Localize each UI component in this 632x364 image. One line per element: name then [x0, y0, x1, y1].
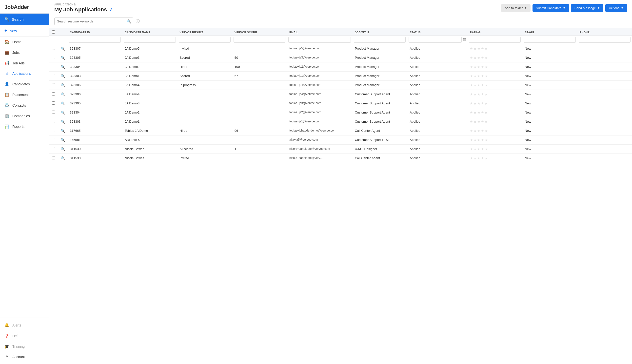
star-3-11[interactable]: ★ — [477, 147, 480, 151]
star-3-10[interactable]: ★ — [477, 138, 480, 142]
row-checkbox-0[interactable] — [52, 47, 55, 50]
row-search-button-1[interactable]: 🔍 — [61, 56, 65, 60]
cell-rating-1[interactable]: ★★★★★ — [467, 53, 522, 62]
cell-rating-11[interactable]: ★★★★★ — [467, 144, 522, 154]
star-4-12[interactable]: ★ — [481, 156, 484, 160]
star-3-1[interactable]: ★ — [477, 56, 480, 60]
filter-input-candidate-id[interactable] — [69, 37, 121, 43]
star-2-2[interactable]: ★ — [473, 65, 477, 69]
star-2-9[interactable]: ★ — [473, 129, 477, 133]
sidebar-item-training[interactable]: 🎓Training — [0, 341, 49, 352]
add-folder-button[interactable]: Add to folder▼ — [501, 4, 530, 12]
star-3-5[interactable]: ★ — [477, 92, 480, 96]
row-checkbox-5[interactable] — [52, 92, 55, 96]
sidebar-item-reports[interactable]: 📊Reports — [0, 121, 49, 132]
star-4-6[interactable]: ★ — [481, 102, 484, 105]
rating-stars-0[interactable]: ★★★★★ — [470, 47, 520, 50]
rating-stars-7[interactable]: ★★★★★ — [470, 110, 520, 114]
star-4-1[interactable]: ★ — [481, 56, 484, 60]
sidebar-item-new[interactable]: + New — [0, 25, 49, 36]
rating-stars-4[interactable]: ★★★★★ — [470, 83, 520, 87]
star-5-0[interactable]: ★ — [485, 47, 488, 50]
submit-candidate-button[interactable]: Submit Candidate▼ — [532, 4, 569, 12]
filter-input-job-title[interactable] — [354, 37, 406, 43]
sidebar-item-applications[interactable]: 🖥Applications — [0, 68, 49, 79]
star-5-8[interactable]: ★ — [485, 120, 488, 124]
search-input[interactable] — [54, 18, 133, 25]
star-1-9[interactable]: ★ — [470, 129, 473, 133]
row-search-button-2[interactable]: 🔍 — [61, 65, 65, 69]
row-search-button-5[interactable]: 🔍 — [61, 92, 65, 96]
row-checkbox-8[interactable] — [52, 120, 55, 123]
sidebar-item-candidates[interactable]: 👤Candidates — [0, 79, 49, 89]
row-search-button-4[interactable]: 🔍 — [61, 83, 65, 87]
sidebar-item-job-ads[interactable]: 📢Job Ads — [0, 58, 49, 68]
row-checkbox-4[interactable] — [52, 83, 55, 86]
cell-rating-12[interactable]: ★★★★★ — [467, 154, 522, 163]
star-2-6[interactable]: ★ — [473, 102, 477, 105]
cell-rating-8[interactable]: ★★★★★ — [467, 117, 522, 126]
row-checkbox-1[interactable] — [52, 56, 55, 59]
filter-input-email[interactable] — [288, 37, 351, 43]
actions-button[interactable]: Actions▼ — [605, 4, 627, 12]
star-3-12[interactable]: ★ — [477, 156, 480, 160]
row-checkbox-7[interactable] — [52, 110, 55, 114]
filter-input-vervoe-score[interactable] — [234, 37, 285, 43]
star-2-12[interactable]: ★ — [473, 156, 477, 160]
star-3-0[interactable]: ★ — [477, 47, 480, 50]
rating-stars-2[interactable]: ★★★★★ — [470, 65, 520, 69]
filter-input-candidate-name[interactable] — [124, 37, 176, 43]
star-2-5[interactable]: ★ — [473, 92, 477, 96]
send-message-button[interactable]: Send Message▼ — [571, 4, 603, 12]
star-5-6[interactable]: ★ — [485, 102, 488, 105]
star-2-1[interactable]: ★ — [473, 56, 477, 60]
star-1-10[interactable]: ★ — [470, 138, 473, 142]
sidebar-item-search[interactable]: 🔍 Search — [0, 14, 49, 25]
row-checkbox-10[interactable] — [52, 138, 55, 141]
row-search-button-8[interactable]: 🔍 — [61, 120, 65, 124]
cell-rating-0[interactable]: ★★★★★ — [467, 44, 522, 53]
row-checkbox-2[interactable] — [52, 65, 55, 68]
star-3-6[interactable]: ★ — [477, 102, 480, 105]
star-3-7[interactable]: ★ — [477, 110, 480, 114]
star-2-7[interactable]: ★ — [473, 110, 477, 114]
star-1-5[interactable]: ★ — [470, 92, 473, 96]
star-4-0[interactable]: ★ — [481, 47, 484, 50]
filter-input-phone[interactable] — [579, 37, 630, 43]
star-1-0[interactable]: ★ — [470, 47, 473, 50]
star-5-11[interactable]: ★ — [485, 147, 488, 151]
star-5-2[interactable]: ★ — [485, 65, 488, 69]
cell-rating-3[interactable]: ★★★★★ — [467, 72, 522, 81]
sidebar-item-alerts[interactable]: 🔔Alerts — [0, 320, 49, 330]
row-checkbox-3[interactable] — [52, 74, 55, 77]
star-2-0[interactable]: ★ — [473, 47, 477, 50]
filter-input-status[interactable] — [409, 37, 462, 43]
cell-rating-4[interactable]: ★★★★★ — [467, 81, 522, 90]
search-submit-button[interactable]: 🔍 — [127, 19, 131, 24]
row-checkbox-6[interactable] — [52, 102, 55, 105]
sidebar-item-account[interactable]: AAccount — [0, 352, 49, 362]
star-4-5[interactable]: ★ — [481, 92, 484, 96]
star-1-6[interactable]: ★ — [470, 102, 473, 105]
row-search-button-9[interactable]: 🔍 — [61, 129, 65, 133]
star-5-7[interactable]: ★ — [485, 110, 488, 114]
rating-stars-9[interactable]: ★★★★★ — [470, 129, 520, 133]
row-search-button-6[interactable]: 🔍 — [61, 102, 65, 105]
star-5-10[interactable]: ★ — [485, 138, 488, 142]
star-1-3[interactable]: ★ — [470, 74, 473, 78]
row-checkbox-11[interactable] — [52, 147, 55, 150]
star-4-9[interactable]: ★ — [481, 129, 484, 133]
star-1-11[interactable]: ★ — [470, 147, 473, 151]
star-2-8[interactable]: ★ — [473, 120, 477, 124]
star-1-1[interactable]: ★ — [470, 56, 473, 60]
star-2-4[interactable]: ★ — [473, 83, 477, 87]
rating-stars-8[interactable]: ★★★★★ — [470, 120, 520, 124]
row-checkbox-9[interactable] — [52, 129, 55, 132]
sidebar-item-placements[interactable]: 📋Placements — [0, 89, 49, 100]
star-4-10[interactable]: ★ — [481, 138, 484, 142]
star-1-2[interactable]: ★ — [470, 65, 473, 69]
row-search-button-11[interactable]: 🔍 — [61, 147, 65, 151]
star-1-7[interactable]: ★ — [470, 110, 473, 114]
star-5-4[interactable]: ★ — [485, 83, 488, 87]
row-search-button-7[interactable]: 🔍 — [61, 110, 65, 114]
